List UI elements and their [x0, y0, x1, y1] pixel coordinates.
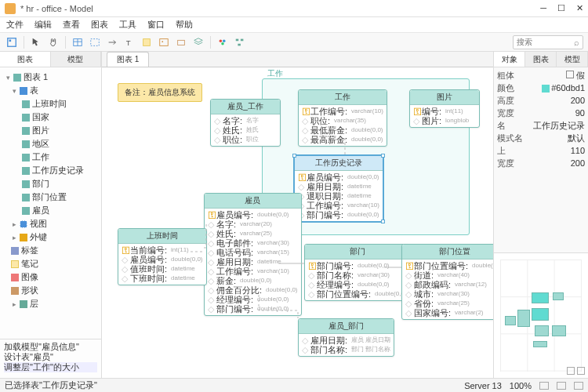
svg-rect-15 — [241, 38, 244, 41]
window-controls: ─ ☐ ✕ — [540, 3, 583, 13]
statusbar: 已选择表"工作历史记录" Server 13 100% — [0, 378, 588, 392]
note-box[interactable]: 备注：雇员信息系统 — [118, 83, 202, 102]
menu-tools[interactable]: 工具 — [119, 19, 136, 31]
svg-rect-8 — [160, 38, 169, 45]
tag-icon — [11, 247, 19, 255]
svg-point-12 — [223, 39, 226, 42]
autolayout-icon[interactable] — [233, 35, 247, 49]
properties: 粗体假 颜色#60dbd1 高度200 宽度90 名工作历史记录 模式名默认 上… — [494, 67, 588, 171]
text-icon[interactable]: T — [122, 35, 136, 49]
right-tab-model[interactable]: 模型 — [557, 52, 588, 67]
right-tab-object[interactable]: 对象 — [494, 52, 525, 67]
svg-point-9 — [162, 41, 163, 42]
svg-text:T: T — [126, 38, 131, 46]
image-icon[interactable] — [157, 35, 171, 49]
fk-folder-icon — [20, 234, 27, 241]
diagram-icon — [13, 74, 21, 82]
mini-left-icon[interactable] — [567, 367, 575, 375]
entity-dept[interactable]: 部门⚿部门编号:double(0,0)◇部门名称:varchar(30)◇经理编… — [304, 244, 411, 301]
toolbar: T ⌕ — [0, 33, 588, 52]
tree-item[interactable]: 地区 — [2, 137, 100, 151]
color-icon[interactable] — [216, 35, 230, 49]
fk-icon[interactable] — [105, 35, 119, 49]
entity-history[interactable]: 工作历史记录⚿雇员编号:double(0,0)◇雇用日期:datetime◇退职… — [294, 155, 383, 222]
layer-folder-icon — [20, 300, 27, 308]
entity-emp-work[interactable]: 雇员_工作◇名字:名字◇姓氏:姓氏◇职位:职位 — [210, 99, 281, 147]
left-tab-model[interactable]: 模型 — [51, 52, 102, 67]
pointer-icon[interactable] — [29, 35, 43, 49]
search-box[interactable]: ⌕ — [513, 35, 583, 49]
bold-checkbox[interactable] — [566, 71, 574, 78]
view-icon[interactable] — [88, 35, 102, 49]
entity-pic[interactable]: 图片⚿编号:int(11)◇图片:longblob — [409, 89, 480, 128]
menu-help[interactable]: 帮助 — [176, 19, 193, 31]
shape-folder-icon — [11, 287, 19, 295]
left-tab-diagram[interactable]: 图表 — [0, 52, 51, 67]
note-folder-icon — [11, 260, 19, 268]
shape-icon[interactable] — [174, 35, 188, 49]
svg-rect-10 — [178, 40, 185, 45]
search-input[interactable] — [517, 38, 574, 46]
entity-employee[interactable]: 雇员⚿雇员编号:double(0,0)◇名字:varchar(20)◇姓氏:va… — [204, 193, 302, 316]
tree-item[interactable]: 国家 — [2, 111, 100, 124]
canvas-tab-1[interactable]: 图表 1 — [107, 52, 149, 67]
layer-icon[interactable] — [191, 35, 205, 49]
entity-time[interactable]: 上班时间⚿当前编号:int(11)◇雇员编号:double(0,0)◇值班时间:… — [118, 228, 207, 285]
tree-item[interactable]: 部门 — [2, 177, 100, 191]
svg-rect-16 — [238, 43, 241, 45]
mini-right-icon[interactable] — [577, 367, 585, 375]
menu-file[interactable]: 文件 — [6, 19, 24, 31]
status-zoom[interactable]: 100% — [510, 381, 532, 390]
canvas[interactable]: 备注：雇员信息系统 工作 雇员_工作◇名字:名字◇姓氏:姓氏◇职位:职位 工作⚿… — [102, 67, 493, 378]
left-panel: 图表 模型 ▾图表 1 ▾表 上班时间国家图片地区工作工作历史记录部门部门位置雇… — [0, 52, 102, 378]
entity-loc[interactable]: 部门位置⚿部门位置编号:double(0,0)◇街道:varchar(40)◇邮… — [401, 244, 493, 320]
svg-rect-0 — [8, 38, 16, 46]
app-icon — [5, 3, 16, 14]
status-selection: 已选择表"工作历史记录" — [5, 379, 97, 391]
right-panel: 对象 图表 模型 粗体假 颜色#60dbd1 高度200 宽度90 名工作历史记… — [493, 52, 588, 378]
menu-view[interactable]: 查看 — [63, 19, 80, 31]
entity-work[interactable]: 工作⚿工作编号:varchar(10)◇职位:varchar(35)◇最低薪金:… — [298, 89, 387, 147]
color-swatch[interactable] — [542, 85, 550, 93]
entity-emp-dept[interactable]: 雇员_部门◇雇用日期:雇员 雇员日期◇部门名称:部门 部门名称 — [298, 318, 394, 357]
hand-icon[interactable] — [46, 35, 60, 49]
svg-rect-14 — [236, 38, 239, 41]
tree-item[interactable]: 图片 — [2, 124, 100, 137]
svg-point-13 — [221, 42, 224, 45]
svg-rect-5 — [91, 38, 100, 45]
note-icon[interactable] — [140, 35, 154, 49]
maximize-button[interactable]: ☐ — [557, 3, 565, 13]
tree-item[interactable]: 工作 — [2, 151, 100, 164]
minimize-button[interactable]: ─ — [540, 3, 546, 13]
canvas-area: 图表 1 备注：雇员信息系统 工作 雇员_工作◇名字:名字◇姓氏:姓氏◇职位:职… — [102, 52, 493, 378]
canvas-tabs: 图表 1 — [102, 52, 493, 67]
menu-window[interactable]: 窗口 — [147, 19, 165, 31]
message-log: 加载模型"雇员信息" 设计表"雇员" 调整层"工作"的大小 — [0, 339, 101, 378]
titlebar: * hr - office - Model ─ ☐ ✕ — [0, 0, 588, 17]
tree-item[interactable]: 工作历史记录 — [2, 164, 100, 177]
menu-diagram[interactable]: 图表 — [91, 19, 108, 31]
tree-item[interactable]: 部门位置 — [2, 191, 100, 204]
right-tab-diagram[interactable]: 图表 — [525, 52, 557, 67]
search-icon[interactable]: ⌕ — [574, 38, 579, 47]
menubar: 文件 编辑 查看 图表 工具 窗口 帮助 — [0, 17, 588, 33]
layout-toggle-1[interactable] — [539, 382, 549, 390]
layout-toggle-3[interactable] — [574, 382, 583, 390]
menu-edit[interactable]: 编辑 — [34, 19, 52, 31]
folder-icon — [20, 87, 27, 95]
layout-toggle-2[interactable] — [557, 382, 566, 390]
tree-item[interactable]: 上班时间 — [2, 97, 100, 111]
svg-rect-1 — [9, 39, 12, 42]
svg-rect-7 — [143, 38, 151, 45]
status-server: Server 13 — [464, 381, 502, 390]
model-icon[interactable] — [5, 35, 19, 49]
tree[interactable]: ▾图表 1 ▾表 上班时间国家图片地区工作工作历史记录部门部门位置雇员 ▸视图 … — [0, 67, 101, 339]
view-folder-icon — [20, 220, 27, 228]
table-icon[interactable] — [71, 35, 85, 49]
tree-item[interactable]: 雇员 — [2, 204, 100, 217]
svg-point-11 — [220, 39, 223, 42]
window-title: * hr - office - Model — [20, 4, 540, 13]
image-folder-icon — [11, 274, 19, 281]
close-button[interactable]: ✕ — [576, 3, 583, 13]
minimap[interactable] — [494, 252, 588, 378]
